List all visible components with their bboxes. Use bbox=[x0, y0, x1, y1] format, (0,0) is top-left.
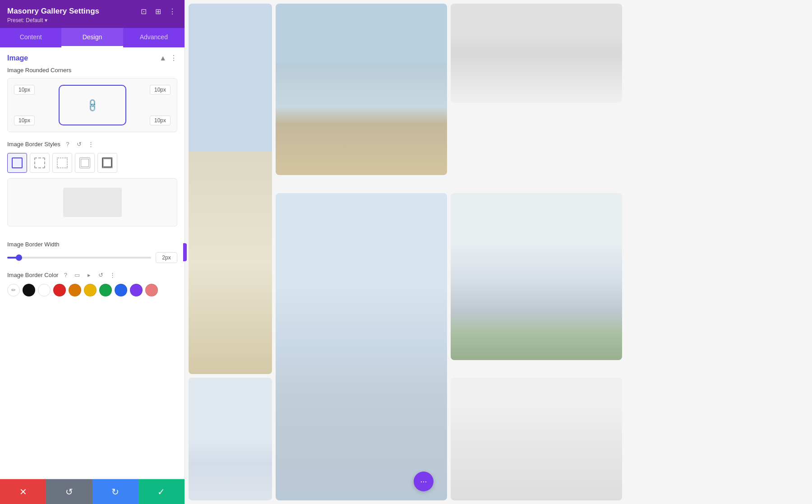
border-color-cursor-icon[interactable]: ▸ bbox=[84, 270, 93, 279]
border-width-slider-row: 2px bbox=[7, 252, 177, 263]
tabs-row: Content Design Advanced bbox=[0, 28, 185, 47]
border-style-dashed[interactable] bbox=[30, 153, 50, 173]
swatch-red[interactable] bbox=[53, 284, 66, 296]
tab-advanced[interactable]: Advanced bbox=[123, 28, 185, 47]
corner-bottom-left[interactable] bbox=[14, 116, 35, 125]
swatch-orange[interactable] bbox=[69, 284, 81, 296]
columns-icon[interactable]: ⊞ bbox=[153, 6, 163, 16]
corner-bottom-right[interactable] bbox=[150, 116, 171, 125]
section-more-icon[interactable]: ⋮ bbox=[170, 54, 177, 62]
border-width-value: 2px bbox=[156, 252, 177, 263]
border-label-row: Image Border Styles ? ↺ ⋮ bbox=[7, 139, 177, 148]
border-undo-icon[interactable]: ↺ bbox=[75, 139, 84, 148]
swatch-blue[interactable] bbox=[115, 284, 127, 296]
swatch-black[interactable] bbox=[23, 284, 35, 296]
redo-button[interactable]: ↻ bbox=[92, 479, 138, 504]
border-color-help-icon[interactable]: ? bbox=[61, 270, 70, 279]
gallery-image-beach-sand bbox=[189, 4, 272, 374]
border-width-label: Image Border Width bbox=[7, 241, 177, 248]
gallery-image-coastal bbox=[451, 193, 622, 360]
rounded-box-preview: 🔗 bbox=[59, 85, 126, 125]
border-style-solid[interactable] bbox=[7, 153, 27, 173]
gallery-image-sea-figure: ··· bbox=[276, 193, 447, 500]
rounded-corners-subsection: Image Rounded Corners 🔗 bbox=[0, 67, 185, 139]
swatch-pink[interactable] bbox=[145, 284, 158, 296]
border-color-device-icon[interactable]: ▭ bbox=[73, 270, 82, 279]
border-color-section: Image Border Color ? ▭ ▸ ↺ ⋮ ✏ bbox=[0, 270, 185, 308]
border-inner-box bbox=[63, 188, 122, 217]
border-styles-label: Image Border Styles bbox=[7, 141, 60, 148]
tab-design[interactable]: Design bbox=[61, 28, 123, 47]
border-more-icon[interactable]: ⋮ bbox=[87, 139, 96, 148]
pencil-tool-btn[interactable]: ✏ bbox=[7, 284, 20, 296]
panel-body: Image ▲ ⋮ Image Rounded Corners 🔗 Imag bbox=[0, 47, 185, 479]
chat-bubble[interactable]: ··· bbox=[414, 472, 434, 491]
border-styles-section: Image Border Styles ? ↺ ⋮ bbox=[0, 139, 185, 241]
preset-label[interactable]: Preset: Default ▾ bbox=[7, 17, 177, 23]
corner-top-right[interactable] bbox=[150, 85, 171, 95]
border-style-groove[interactable] bbox=[97, 153, 117, 173]
link-icon: 🔗 bbox=[84, 97, 100, 113]
border-color-label-row: Image Border Color ? ▭ ▸ ↺ ⋮ bbox=[7, 270, 177, 279]
section-header-icons: ▲ ⋮ bbox=[159, 54, 177, 62]
tab-content[interactable]: Content bbox=[0, 28, 61, 47]
border-style-double[interactable] bbox=[75, 153, 95, 173]
gallery-image-pier bbox=[276, 4, 447, 175]
cancel-button[interactable]: ✕ bbox=[0, 479, 46, 504]
swatch-white[interactable] bbox=[38, 284, 51, 296]
bottom-bar: ✕ ↺ ↻ ✓ bbox=[0, 479, 185, 504]
resize-handle[interactable] bbox=[183, 243, 187, 261]
image-section-header: Image ▲ ⋮ bbox=[0, 47, 185, 67]
border-color-undo-icon[interactable]: ↺ bbox=[96, 270, 105, 279]
border-color-label: Image Border Color bbox=[7, 272, 58, 278]
collapse-icon[interactable]: ▲ bbox=[159, 54, 166, 62]
gallery-image-window bbox=[451, 378, 622, 500]
corners-widget: 🔗 bbox=[7, 78, 177, 132]
gallery: ··· bbox=[185, 0, 812, 504]
undo-button[interactable]: ↺ bbox=[46, 479, 92, 504]
section-title: Image bbox=[7, 54, 28, 62]
border-width-track[interactable] bbox=[7, 257, 151, 259]
gallery-image-boat-house bbox=[189, 378, 272, 500]
border-style-dotted[interactable] bbox=[52, 153, 72, 173]
swatch-green[interactable] bbox=[99, 284, 112, 296]
panel-title: Masonry Gallery Settings bbox=[7, 7, 99, 16]
swatch-purple[interactable] bbox=[130, 284, 143, 296]
more-options-icon[interactable]: ⋮ bbox=[167, 6, 177, 16]
panel-header: Masonry Gallery Settings ⊡ ⊞ ⋮ Preset: D… bbox=[0, 0, 185, 28]
border-width-section: Image Border Width 2px bbox=[0, 241, 185, 270]
border-width-thumb[interactable] bbox=[16, 254, 22, 261]
gallery-image-sofa bbox=[451, 4, 622, 103]
resize-icon[interactable]: ⊡ bbox=[138, 6, 148, 16]
color-tools-row: ✏ bbox=[7, 284, 177, 296]
border-help-icon[interactable]: ? bbox=[63, 139, 72, 148]
confirm-button[interactable]: ✓ bbox=[138, 479, 185, 504]
border-style-preview bbox=[7, 178, 177, 227]
border-styles-row bbox=[7, 153, 177, 173]
corner-top-left[interactable] bbox=[14, 85, 35, 95]
header-icons: ⊡ ⊞ ⋮ bbox=[138, 6, 177, 16]
swatch-yellow[interactable] bbox=[84, 284, 97, 296]
border-color-more-icon[interactable]: ⋮ bbox=[108, 270, 117, 279]
rounded-corners-label: Image Rounded Corners bbox=[7, 67, 177, 74]
